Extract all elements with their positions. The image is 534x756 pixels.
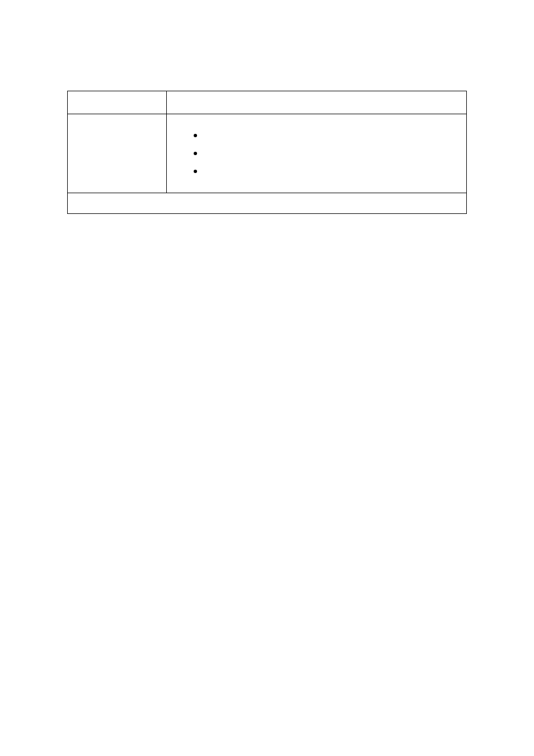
footer-cell — [68, 193, 466, 213]
header-cell-right — [167, 91, 466, 114]
header-cell-left — [68, 91, 167, 114]
table-body-row — [68, 114, 466, 193]
table — [67, 91, 467, 214]
table-header-row — [68, 91, 466, 114]
list-item — [194, 162, 466, 180]
body-cell-left — [68, 114, 167, 193]
bullet-list — [167, 114, 466, 193]
body-cell-right — [167, 114, 466, 193]
list-item — [194, 127, 466, 144]
table-footer-row — [68, 193, 466, 213]
list-item — [194, 144, 466, 162]
